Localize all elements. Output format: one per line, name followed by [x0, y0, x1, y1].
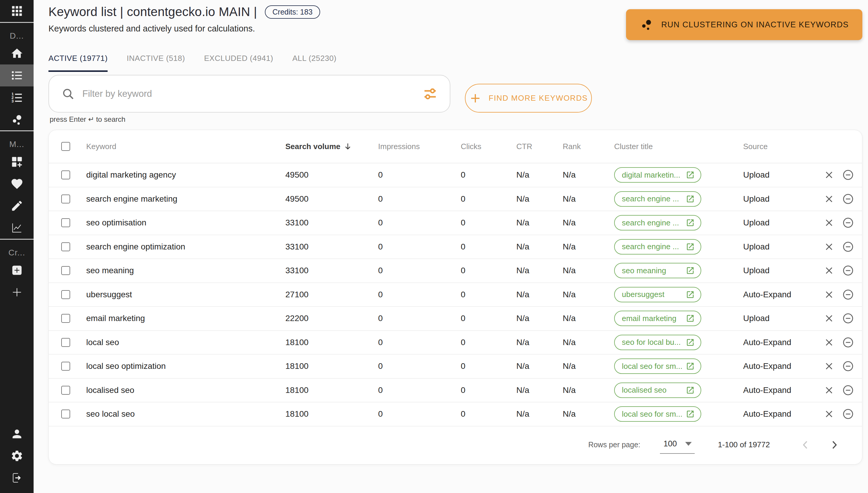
deactivate-keyword-button[interactable] [842, 384, 854, 396]
line-chart-icon [11, 221, 23, 234]
exclude-keyword-button[interactable] [824, 289, 834, 300]
impressions-cell: 0 [378, 170, 461, 180]
open-in-new-icon [686, 242, 695, 251]
row-checkbox[interactable] [61, 314, 70, 323]
impressions-cell: 0 [378, 314, 461, 323]
deactivate-keyword-button[interactable] [842, 193, 854, 205]
close-x-icon [824, 313, 834, 324]
row-checkbox[interactable] [61, 338, 70, 347]
sidebar-item-keyword-list[interactable] [0, 64, 34, 86]
clicks-cell: 0 [461, 194, 516, 204]
table-row: localised seo 18100 0 0 N/a N/a localise… [49, 379, 862, 403]
cluster-chip[interactable]: local seo for sm... [614, 359, 701, 374]
find-more-keywords-button[interactable]: FIND MORE KEYWORDS [465, 84, 592, 112]
ctr-cell: N/a [516, 409, 563, 419]
close-x-icon [824, 194, 834, 204]
cluster-chip[interactable]: seo meaning [614, 263, 701, 278]
cluster-chip-label: search engine ... [622, 242, 679, 251]
open-in-new-icon [686, 266, 695, 275]
deactivate-keyword-button[interactable] [842, 241, 854, 253]
column-header-cluster-title[interactable]: Cluster title [614, 142, 743, 151]
keyword-filter-input[interactable] [82, 88, 415, 99]
row-checkbox[interactable] [61, 410, 70, 419]
deactivate-keyword-button[interactable] [842, 217, 854, 229]
deactivate-keyword-button[interactable] [842, 313, 854, 324]
deactivate-keyword-button[interactable] [842, 289, 854, 301]
tab-all[interactable]: ALL (25230) [292, 48, 336, 72]
cluster-chip[interactable]: local seo for sm... [614, 406, 701, 422]
exclude-keyword-button[interactable] [824, 194, 834, 204]
cluster-chip[interactable]: localised seo [614, 383, 701, 398]
column-header-keyword[interactable]: Keyword [86, 142, 285, 151]
deactivate-keyword-button[interactable] [842, 265, 854, 277]
sidebar-item-clusters[interactable] [0, 108, 34, 130]
pagination-bar: Rows per page: 100 1-100 of 19772 [49, 427, 862, 463]
tab-inactive[interactable]: INACTIVE (518) [127, 48, 185, 72]
sidebar-item-dashboard-add[interactable] [0, 151, 34, 173]
exclude-keyword-button[interactable] [824, 170, 834, 180]
deactivate-keyword-button[interactable] [842, 408, 854, 420]
exclude-keyword-button[interactable] [824, 385, 834, 395]
search-icon [62, 87, 75, 100]
source-cell: Auto-Expand [743, 338, 824, 347]
apps-menu-button[interactable] [0, 0, 34, 22]
sidebar-item-logout[interactable] [0, 467, 34, 489]
sidebar-item-home[interactable] [0, 42, 34, 64]
cluster-chip[interactable]: digital marketin... [614, 167, 701, 183]
next-page-button[interactable] [828, 439, 840, 451]
cluster-chip[interactable]: seo for local bu... [614, 335, 701, 350]
exclude-keyword-button[interactable] [824, 265, 834, 276]
sidebar-item-numbered-list[interactable]: 123 [0, 86, 34, 108]
cluster-chip[interactable]: ubersuggest [614, 287, 701, 302]
open-in-new-icon [686, 386, 695, 395]
run-clustering-button[interactable]: RUN CLUSTERING ON INACTIVE KEYWORDS [626, 9, 862, 40]
sidebar-item-analytics[interactable] [0, 217, 34, 239]
cluster-chip[interactable]: search engine ... [614, 215, 701, 231]
exclude-keyword-button[interactable] [824, 409, 834, 419]
tab-active[interactable]: ACTIVE (19771) [48, 48, 108, 72]
deactivate-keyword-button[interactable] [842, 337, 854, 348]
deactivate-keyword-button[interactable] [842, 360, 854, 372]
cluster-chip[interactable]: email marketing [614, 310, 701, 326]
sidebar-item-add[interactable] [0, 281, 34, 303]
keyword-filter-field[interactable] [48, 75, 450, 112]
select-all-checkbox[interactable] [61, 142, 70, 151]
sidebar-item-favorites[interactable] [0, 173, 34, 195]
previous-page-button[interactable] [800, 439, 811, 451]
run-clustering-label: RUN CLUSTERING ON INACTIVE KEYWORDS [661, 20, 849, 29]
row-checkbox[interactable] [61, 266, 70, 275]
column-header-clicks[interactable]: Clicks [461, 142, 516, 151]
row-checkbox[interactable] [61, 362, 70, 371]
open-in-new-icon [686, 410, 695, 419]
sidebar-item-account[interactable] [0, 423, 34, 445]
column-header-ctr[interactable]: CTR [516, 142, 563, 151]
open-in-new-icon [686, 338, 695, 347]
sidebar-item-edit[interactable] [0, 195, 34, 217]
add-box-icon [11, 264, 23, 277]
row-checkbox[interactable] [61, 386, 70, 395]
exclude-keyword-button[interactable] [824, 337, 834, 348]
clicks-cell: 0 [461, 242, 516, 252]
column-header-rank[interactable]: Rank [563, 142, 614, 151]
cluster-chip[interactable]: search engine ... [614, 191, 701, 207]
rows-per-page-select[interactable]: 100 [660, 436, 695, 454]
exclude-keyword-button[interactable] [824, 241, 834, 252]
row-checkbox[interactable] [61, 242, 70, 251]
column-header-source[interactable]: Source [743, 142, 824, 151]
row-checkbox[interactable] [61, 290, 70, 299]
search-volume-cell: 33100 [285, 242, 378, 252]
row-checkbox[interactable] [61, 195, 70, 203]
sidebar-item-settings[interactable] [0, 445, 34, 467]
column-header-impressions[interactable]: Impressions [378, 142, 461, 151]
column-header-search-volume[interactable]: Search volume [285, 142, 378, 151]
exclude-keyword-button[interactable] [824, 313, 834, 324]
tab-excluded[interactable]: EXCLUDED (4941) [204, 48, 273, 72]
sidebar-item-add-box[interactable] [0, 259, 34, 281]
cluster-chip[interactable]: search engine ... [614, 239, 701, 255]
filter-tune-icon[interactable] [423, 87, 437, 101]
exclude-keyword-button[interactable] [824, 217, 834, 228]
exclude-keyword-button[interactable] [824, 361, 834, 371]
row-checkbox[interactable] [61, 218, 70, 227]
row-checkbox[interactable] [61, 170, 70, 179]
deactivate-keyword-button[interactable] [842, 169, 854, 181]
